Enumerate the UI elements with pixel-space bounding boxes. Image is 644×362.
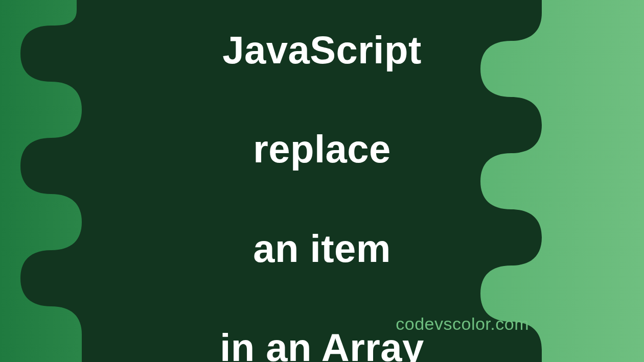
banner-title: JavaScript replace an item in an Array — [220, 0, 424, 362]
title-line-2: replace — [253, 127, 391, 171]
title-line-3: an item — [253, 227, 391, 270]
title-line-4: in an Array — [220, 326, 424, 362]
banner-canvas: JavaScript replace an item in an Array c… — [0, 0, 644, 362]
site-credit: codevscolor.com — [396, 314, 529, 334]
title-line-1: JavaScript — [222, 28, 421, 71]
